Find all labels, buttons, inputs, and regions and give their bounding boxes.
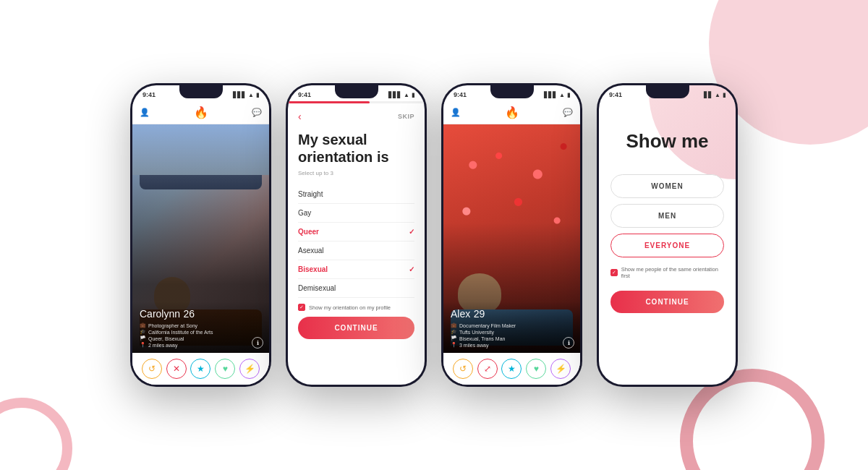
show-me-footer: Show me people of the same orientation f…: [610, 266, 724, 279]
show-me-options-list: WOMEN MEN EVERYONE: [610, 174, 724, 257]
notch-1: [179, 85, 223, 98]
orientation-options-list: Straight Gay Queer ✓ Asexual Bisexual ✓: [298, 185, 414, 298]
option-men[interactable]: MEN: [610, 204, 724, 228]
orientation-nav: ‹ SKIP: [298, 111, 414, 122]
option-asexual[interactable]: Asexual: [298, 242, 414, 260]
profile-detail-orientation: 🏳️ Queer, Bisexual: [140, 336, 262, 341]
orientation-screen: ‹ SKIP My sexual orientation is Select u…: [288, 103, 425, 385]
option-gay[interactable]: Gay: [298, 204, 414, 223]
back-button-2[interactable]: ‹: [298, 111, 302, 122]
briefcase-icon: 💼: [140, 322, 146, 328]
phone-2-orientation: 9:41 ▋▋▋ ▲ ▮ ‹ SKIP My sexual orientatio…: [286, 83, 427, 387]
alex-profile-overlay: Alex 29 💼 Documentary Film Maker 🎓 Tufts…: [443, 302, 580, 353]
continue-button-4[interactable]: CONTINUE: [610, 291, 724, 313]
superlike-button-3[interactable]: ★: [501, 359, 522, 379]
nope-button[interactable]: ✕: [166, 359, 187, 379]
time-3: 9:41: [454, 91, 467, 98]
signal-icon-2: ▋▋▋: [388, 92, 401, 98]
briefcase-icon-3: 💼: [451, 322, 457, 328]
alex-detail-school: 🎓 Tufts University: [451, 329, 573, 335]
option-everyone[interactable]: EVERYONE: [610, 234, 724, 257]
action-buttons-1: ↺ ✕ ★ ♥ ⚡: [132, 353, 269, 385]
option-straight[interactable]: Straight: [298, 185, 414, 204]
signal-icon-4: ▋▋: [704, 92, 712, 98]
superlike-button[interactable]: ★: [190, 359, 210, 379]
show-orientation-checkbox-4[interactable]: [610, 269, 618, 276]
wifi-icon-3: ▲: [559, 92, 565, 98]
orientation-footer: Show my orientation on my profile: [298, 304, 414, 311]
tinder-logo-1: 🔥: [194, 106, 208, 119]
info-button-3[interactable]: ℹ: [563, 337, 574, 349]
tinder-header-1: 👤 🔥 💬: [132, 101, 269, 124]
chat-icon-3: 💬: [563, 108, 573, 117]
profile-overlay-1: Carolynn 26 💼 Photographer at Sony 🎓 Cal…: [132, 302, 269, 353]
option-demisexual[interactable]: Demisexual: [298, 279, 414, 298]
rainbow-icon: 🏳️: [140, 336, 146, 341]
tinder-logo-3: 🔥: [505, 106, 519, 119]
profile-detail-school: 🎓 California Institute of the Arts: [140, 329, 262, 335]
profile-icon-3: 👤: [451, 108, 461, 117]
phone-1-profile: 9:41 ▋▋▋ ▲ ▮ 👤 🔥 💬: [130, 83, 271, 387]
info-button-1[interactable]: ℹ: [252, 337, 263, 349]
like-button-3[interactable]: ♥: [526, 359, 546, 379]
chat-icon: 💬: [252, 108, 262, 117]
time-4: 9:41: [609, 91, 622, 98]
battery-icon: ▮: [256, 92, 259, 98]
show-me-title: Show me: [610, 130, 724, 153]
like-button[interactable]: ♥: [215, 359, 235, 379]
alex-profile-card: Alex 29 💼 Documentary Film Maker 🎓 Tufts…: [443, 124, 580, 353]
show-me-screen: Show me WOMEN MEN EVERYONE Show me peopl…: [599, 101, 736, 385]
signal-icon-3: ▋▋▋: [544, 92, 557, 98]
profile-card-1: Carolynn 26 💼 Photographer at Sony 🎓 Cal…: [132, 124, 269, 353]
phone-3-alex: 9:41 ▋▋▋ ▲ ▮ 👤 🔥 💬: [441, 83, 582, 387]
status-icons-1: ▋▋▋ ▲ ▮: [233, 92, 259, 98]
option-queer[interactable]: Queer ✓: [298, 223, 414, 242]
alex-detail-distance: 📍 3 miles away: [451, 342, 573, 348]
expand-button-3[interactable]: ⤢: [477, 359, 498, 379]
check-bisexual: ✓: [409, 265, 414, 273]
rainbow-icon-3: 🏳️: [451, 336, 457, 341]
notch-3: [490, 85, 534, 98]
show-orientation-checkbox[interactable]: [298, 304, 305, 311]
alex-profile-name: Alex 29: [451, 307, 573, 320]
battery-icon-2: ▮: [412, 92, 414, 98]
rewind-button[interactable]: ↺: [142, 359, 162, 379]
profile-name-1: Carolynn 26: [140, 307, 262, 320]
skip-button-2[interactable]: SKIP: [398, 113, 414, 120]
status-icons-3: ▋▋▋ ▲ ▮: [544, 92, 570, 98]
battery-icon-3: ▮: [567, 92, 570, 98]
profile-bg-1: Carolynn 26 💼 Photographer at Sony 🎓 Cal…: [132, 124, 269, 353]
phone-4-showme: 9:41 ▋▋ ▲ ▮ Show me WOMEN MEN: [597, 83, 738, 387]
wifi-icon: ▲: [248, 92, 254, 98]
battery-icon-4: ▮: [723, 92, 726, 98]
profile-detail-job: 💼 Photographer at Sony: [140, 322, 262, 328]
alex-detail-orientation: 🏳️ Bisexual, Trans Man: [451, 336, 573, 341]
tinder-header-3: 👤 🔥 💬: [443, 101, 580, 124]
wifi-icon-2: ▲: [404, 92, 409, 98]
location-icon: 📍: [140, 342, 146, 348]
option-bisexual[interactable]: Bisexual ✓: [298, 260, 414, 279]
status-icons-2: ▋▋▋ ▲ ▮: [388, 92, 414, 98]
orientation-subtitle: Select up to 3: [298, 170, 414, 176]
alex-bg: Alex 29 💼 Documentary Film Maker 🎓 Tufts…: [443, 124, 580, 353]
continue-button-2[interactable]: CONTINUE: [298, 317, 414, 339]
status-icons-4: ▋▋ ▲ ▮: [704, 92, 726, 98]
option-women[interactable]: WOMEN: [610, 174, 724, 198]
school-icon-3: 🎓: [451, 329, 457, 335]
boost-button-3[interactable]: ⚡: [550, 359, 571, 379]
school-icon: 🎓: [140, 329, 146, 335]
orientation-title: My sexual orientation is: [298, 131, 414, 166]
time-2: 9:41: [298, 91, 311, 98]
notch-4: [646, 85, 689, 98]
location-icon-3: 📍: [451, 342, 457, 348]
profile-detail-distance: 📍 2 miles away: [140, 342, 262, 348]
rewind-button-3[interactable]: ↺: [453, 359, 473, 379]
boost-button[interactable]: ⚡: [239, 359, 260, 379]
action-buttons-3: ↺ ⤢ ★ ♥ ⚡: [443, 353, 580, 385]
signal-icon: ▋▋▋: [233, 92, 246, 98]
time-1: 9:41: [142, 91, 156, 98]
alex-detail-job: 💼 Documentary Film Maker: [451, 322, 573, 328]
phones-container: 9:41 ▋▋▋ ▲ ▮ 👤 🔥 💬: [0, 0, 868, 470]
check-queer: ✓: [409, 228, 414, 236]
profile-icon: 👤: [140, 108, 150, 117]
